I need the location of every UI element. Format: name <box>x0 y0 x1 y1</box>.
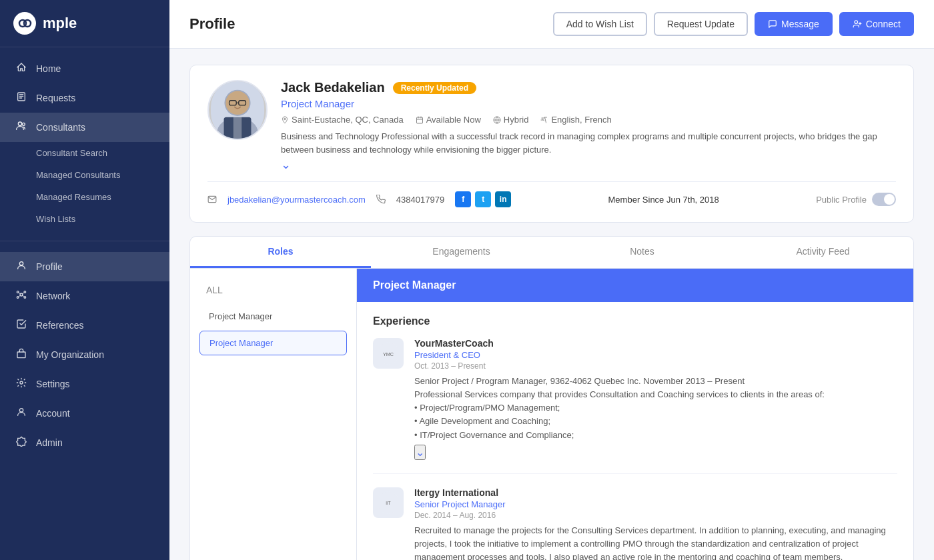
top-actions: Add to Wish List Request Update Message … <box>553 12 914 36</box>
connect-label: Connect <box>866 19 901 29</box>
profile-work-type: Hybrid <box>493 115 529 125</box>
public-profile-toggle[interactable] <box>872 193 896 206</box>
main-content: Profile Add to Wish List Request Update … <box>169 0 934 560</box>
exp-expand-0[interactable]: ⌄ <box>414 445 426 460</box>
sidebar-item-wish-lists[interactable]: Wish Lists <box>36 208 169 230</box>
profile-bio: Business and Technology Professional wit… <box>281 130 896 156</box>
sidebar-label-profile: Profile <box>36 261 63 272</box>
profile-languages: English, French <box>540 115 611 125</box>
linkedin-icon[interactable]: in <box>495 191 511 207</box>
profile-tabs: Roles Engagements Notes Activity Feed <box>189 236 914 268</box>
profile-card: Jack Bedakelian Recently Updated Project… <box>189 65 914 223</box>
svg-point-14 <box>855 21 858 24</box>
profile-phone: 4384017979 <box>396 195 444 205</box>
role-item-0[interactable]: Project Manager <box>199 305 347 328</box>
sidebar-item-managed-consultants[interactable]: Managed Consultants <box>36 164 169 186</box>
avatar <box>207 80 268 140</box>
logo-icon <box>13 12 36 35</box>
sidebar-label-references: References <box>36 320 84 331</box>
exp-company-1: Itergy International <box>414 487 897 498</box>
sidebar-item-home[interactable]: Home <box>0 54 169 83</box>
bio-expand-button[interactable]: ⌄ <box>281 157 291 172</box>
experience-title: Experience <box>373 315 897 327</box>
request-update-button[interactable]: Request Update <box>654 12 748 36</box>
svg-rect-21 <box>234 117 242 140</box>
svg-text:IIT: IIT <box>386 501 390 505</box>
exp-role-0: President & CEO <box>414 350 897 360</box>
sidebar: mple Home Requests Consultants Consultan… <box>0 0 169 560</box>
sidebar-item-references[interactable]: References <box>0 311 169 340</box>
experience-item-1: IIT Itergy International Senior Project … <box>373 487 897 560</box>
roles-content: ALL Project Manager Project Manager Proj… <box>189 268 914 560</box>
svg-point-3 <box>18 122 21 125</box>
roles-sidebar: ALL Project Manager Project Manager <box>190 269 357 560</box>
references-icon <box>15 319 28 332</box>
sidebar-item-account[interactable]: Account <box>0 399 169 428</box>
exp-company-0: YourMasterCoach <box>414 338 897 349</box>
profile-content: Jack Bedakelian Recently Updated Project… <box>169 49 934 560</box>
svg-point-10 <box>24 297 26 299</box>
profile-location: Saint-Eustache, QC, Canada <box>281 115 404 125</box>
sidebar-item-profile[interactable]: Profile <box>0 252 169 281</box>
connect-button[interactable]: Connect <box>839 12 914 36</box>
tab-roles[interactable]: Roles <box>190 237 371 268</box>
role-item-1[interactable]: Project Manager <box>199 331 347 355</box>
tab-engagements[interactable]: Engagements <box>371 237 552 268</box>
sidebar-item-managed-resumes[interactable]: Managed Resumes <box>36 186 169 208</box>
sidebar-item-network[interactable]: Network <box>0 281 169 311</box>
recently-updated-badge: Recently Updated <box>393 82 476 94</box>
roles-main: Project Manager Experience YMC YourMaste… <box>357 269 913 560</box>
sidebar-item-my-organization[interactable]: My Organization <box>0 340 169 369</box>
consultants-submenu: Consultant Search Managed Consultants Ma… <box>0 142 169 230</box>
profile-meta: Saint-Eustache, QC, Canada Available Now… <box>281 115 896 125</box>
account-icon <box>15 407 28 420</box>
sidebar-item-consultant-search[interactable]: Consultant Search <box>36 142 169 164</box>
svg-rect-27 <box>416 117 422 123</box>
sidebar-item-consultants[interactable]: Consultants <box>0 113 169 142</box>
settings-icon <box>15 377 28 391</box>
social-icons: f t in <box>455 191 511 207</box>
sidebar-item-settings[interactable]: Settings <box>0 369 169 399</box>
svg-text:YMC: YMC <box>383 351 394 357</box>
exp-info-1: Itergy International Senior Project Mana… <box>414 487 897 560</box>
exp-desc-1: Recruited to manage the projects for the… <box>414 524 897 560</box>
exp-info-0: YourMasterCoach President & CEO Oct. 201… <box>414 338 897 460</box>
sidebar-label-consultants: Consultants <box>36 122 85 133</box>
add-to-wish-list-button[interactable]: Add to Wish List <box>553 12 647 36</box>
profile-info: Jack Bedakelian Recently Updated Project… <box>281 80 896 172</box>
tab-notes[interactable]: Notes <box>552 237 733 268</box>
message-button[interactable]: Message <box>755 12 833 36</box>
sidebar-label-home: Home <box>36 63 61 74</box>
member-since: Member Since Jun 7th, 2018 <box>608 195 719 205</box>
sidebar-label-admin: Admin <box>36 437 63 448</box>
svg-point-12 <box>20 381 23 384</box>
profile-header: Jack Bedakelian Recently Updated Project… <box>207 80 896 172</box>
sidebar-item-admin[interactable]: Admin <box>0 428 169 457</box>
sidebar-label-my-organization: My Organization <box>36 349 104 360</box>
app-name: mple <box>43 15 77 32</box>
profile-role: Project Manager <box>281 98 896 109</box>
svg-point-26 <box>284 118 286 120</box>
admin-icon <box>15 436 28 449</box>
app-logo[interactable]: mple <box>0 0 169 47</box>
svg-point-4 <box>22 123 25 125</box>
top-bar: Profile Add to Wish List Request Update … <box>169 0 934 49</box>
public-profile-label: Public Profile <box>816 195 867 205</box>
twitter-icon[interactable]: t <box>475 191 491 207</box>
sidebar-label-requests: Requests <box>36 93 75 103</box>
role-body: Experience YMC YourMasterCoach President… <box>357 302 913 560</box>
sidebar-label-account: Account <box>36 408 70 419</box>
consultants-icon <box>15 121 28 134</box>
organization-icon <box>15 348 28 361</box>
profile-contact-row: jbedakelian@yourmastercoach.com 43840179… <box>207 181 896 207</box>
exp-role-1: Senior Project Manager <box>414 499 897 509</box>
selected-role-header: Project Manager <box>357 269 913 302</box>
sidebar-item-requests[interactable]: Requests <box>0 83 169 113</box>
svg-rect-11 <box>17 352 25 358</box>
facebook-icon[interactable]: f <box>455 191 471 207</box>
requests-icon <box>15 91 28 105</box>
exp-dates-1: Dec. 2014 – Aug. 2016 <box>414 511 897 520</box>
profile-email[interactable]: jbedakelian@yourmastercoach.com <box>227 195 366 205</box>
tab-activity-feed[interactable]: Activity Feed <box>733 237 913 268</box>
profile-availability: Available Now <box>416 115 481 125</box>
